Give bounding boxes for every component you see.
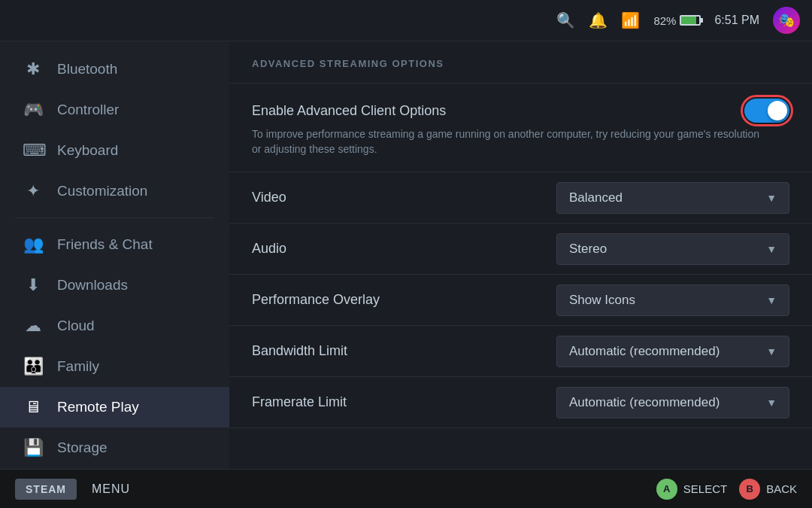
setting-label-performance-overlay: Performance Overlay [252, 292, 380, 308]
sidebar-label-cloud: Cloud [57, 318, 95, 334]
setting-row-audio: Audio Stereo ▼ [229, 224, 812, 275]
sidebar-item-remote-play[interactable]: 🖥 Remote Play [0, 387, 229, 427]
setting-row-performance-overlay: Performance Overlay Show Icons ▼ [229, 275, 812, 326]
setting-row-top: Enable Advanced Client Options [252, 99, 789, 123]
sidebar-item-controller[interactable]: 🎮 Controller [0, 90, 229, 130]
chevron-down-icon: ▼ [766, 345, 777, 357]
search-icon[interactable]: 🔍 [556, 11, 575, 29]
battery-indicator: 82% [653, 14, 701, 27]
notification-icon[interactable]: 🔔 [589, 11, 607, 29]
storage-icon: 💾 [23, 438, 44, 458]
customization-icon: ✦ [23, 181, 44, 201]
framerate-limit-dropdown[interactable]: Automatic (recommended) ▼ [556, 387, 789, 418]
topbar: 🔍 🔔 📶 82% 6:51 PM 🎭 [0, 0, 812, 41]
sidebar-label-keyboard: Keyboard [57, 142, 118, 159]
bluetooth-icon: ✱ [23, 59, 44, 79]
setting-row-video: Video Balanced ▼ [229, 172, 812, 224]
setting-label-video: Video [252, 190, 286, 205]
chevron-down-icon: ▼ [766, 192, 777, 204]
sidebar-label-friends: Friends & Chat [57, 236, 153, 253]
sidebar-item-keyboard[interactable]: ⌨ Keyboard [0, 130, 229, 171]
family-icon: 👪 [23, 357, 44, 376]
clock: 6:51 PM [714, 14, 759, 27]
menu-label: MENU [92, 482, 130, 496]
remote-play-icon: 🖥 [23, 397, 44, 417]
sidebar-label-customization: Customization [57, 183, 147, 199]
back-label: BACK [766, 482, 797, 495]
content-area: ADVANCED STREAMING OPTIONS Enable Advanc… [229, 41, 812, 469]
enable-advanced-toggle[interactable] [744, 99, 789, 123]
video-dropdown[interactable]: Balanced ▼ [556, 182, 789, 214]
friends-icon: 👥 [23, 235, 44, 254]
sidebar-item-bluetooth[interactable]: ✱ Bluetooth [0, 49, 229, 90]
audio-dropdown-value: Stereo [569, 242, 607, 257]
select-badge: A SELECT [656, 479, 727, 500]
wireless-icon: 📶 [621, 11, 640, 29]
setting-label-bandwidth-limit: Bandwidth Limit [252, 343, 347, 359]
sidebar-label-family: Family [57, 358, 99, 375]
select-label: SELECT [683, 482, 727, 495]
video-dropdown-value: Balanced [569, 190, 623, 205]
sidebar-label-controller: Controller [57, 102, 119, 118]
downloads-icon: ⬇ [23, 275, 44, 295]
setting-label-enable-advanced: Enable Advanced Client Options [252, 103, 446, 119]
battery-pct: 82% [653, 14, 676, 27]
sidebar-item-friends-chat[interactable]: 👥 Friends & Chat [0, 224, 229, 265]
sidebar: ✱ Bluetooth 🎮 Controller ⌨ Keyboard ✦ Cu… [0, 41, 229, 469]
steam-button[interactable]: STEAM [15, 479, 77, 500]
bandwidth-limit-dropdown[interactable]: Automatic (recommended) ▼ [556, 336, 789, 367]
cloud-icon: ☁ [23, 316, 44, 336]
sidebar-label-downloads: Downloads [57, 277, 128, 294]
setting-row-enable-advanced: Enable Advanced Client Options To improv… [229, 84, 812, 172]
performance-overlay-dropdown[interactable]: Show Icons ▼ [556, 284, 789, 316]
sidebar-item-downloads[interactable]: ⬇ Downloads [0, 265, 229, 306]
performance-overlay-value: Show Icons [569, 293, 635, 308]
chevron-down-icon: ▼ [766, 294, 777, 306]
back-badge: B BACK [739, 479, 797, 500]
setting-row-framerate-limit: Framerate Limit Automatic (recommended) … [229, 377, 812, 428]
keyboard-icon: ⌨ [23, 141, 44, 160]
avatar[interactable]: 🎭 [773, 7, 800, 34]
bottombar-right: A SELECT B BACK [656, 479, 797, 500]
sidebar-item-customization[interactable]: ✦ Customization [0, 171, 229, 211]
setting-row-bandwidth-limit: Bandwidth Limit Automatic (recommended) … [229, 326, 812, 377]
setting-desc-enable-advanced: To improve performance streaming a game … [252, 127, 763, 157]
sidebar-label-bluetooth: Bluetooth [57, 61, 117, 78]
sidebar-item-storage[interactable]: 💾 Storage [0, 427, 229, 468]
framerate-limit-value: Automatic (recommended) [569, 395, 720, 410]
main-layout: ✱ Bluetooth 🎮 Controller ⌨ Keyboard ✦ Cu… [0, 41, 812, 469]
bottombar: STEAM MENU A SELECT B BACK [0, 469, 812, 508]
sidebar-item-cloud[interactable]: ☁ Cloud [0, 306, 229, 346]
setting-label-framerate-limit: Framerate Limit [252, 394, 347, 410]
toggle-thumb [768, 101, 787, 120]
sidebar-label-storage: Storage [57, 440, 108, 456]
chevron-down-icon: ▼ [766, 397, 777, 409]
bandwidth-limit-value: Automatic (recommended) [569, 344, 720, 359]
a-button[interactable]: A [656, 479, 677, 500]
battery-icon [680, 15, 701, 26]
b-button[interactable]: B [739, 479, 760, 500]
controller-icon: 🎮 [23, 100, 44, 120]
setting-label-audio: Audio [252, 241, 286, 257]
audio-dropdown[interactable]: Stereo ▼ [556, 233, 789, 265]
chevron-down-icon: ▼ [766, 243, 777, 255]
sidebar-label-remote-play: Remote Play [57, 399, 139, 415]
section-header: ADVANCED STREAMING OPTIONS [229, 41, 812, 84]
sidebar-item-family[interactable]: 👪 Family [0, 346, 229, 387]
sidebar-divider-1 [15, 217, 214, 218]
